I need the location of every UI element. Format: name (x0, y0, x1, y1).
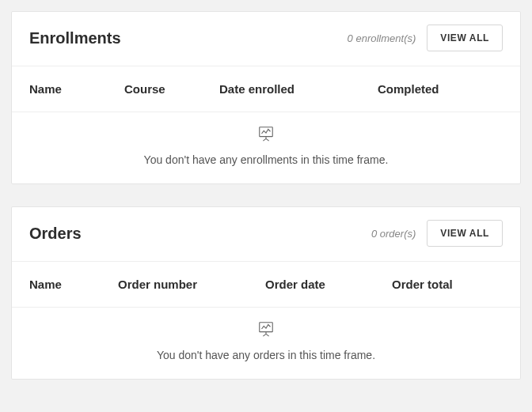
chart-board-icon (12, 320, 520, 338)
orders-columns: Name Order number Order date Order total (12, 262, 520, 308)
svg-rect-4 (260, 323, 273, 332)
orders-col-name: Name (29, 278, 118, 291)
orders-title: Orders (29, 225, 371, 243)
svg-line-2 (263, 138, 266, 141)
orders-count: 0 order(s) (371, 228, 416, 240)
enrollments-card: Enrollments 0 enrollment(s) VIEW ALL Nam… (11, 11, 521, 184)
enrollments-title: Enrollments (29, 29, 348, 47)
orders-col-order-total: Order total (392, 278, 503, 291)
svg-line-7 (266, 334, 269, 336)
enrollments-header: Enrollments 0 enrollment(s) VIEW ALL (12, 12, 520, 66)
enrollments-col-date-enrolled: Date enrolled (219, 82, 378, 96)
orders-empty-state: You don't have any orders in this time f… (12, 308, 520, 379)
enrollments-col-completed: Completed (378, 82, 503, 96)
orders-view-all-button[interactable]: VIEW ALL (427, 220, 503, 247)
svg-rect-0 (260, 127, 273, 137)
enrollments-empty-message: You don't have any enrollments in this t… (12, 153, 520, 166)
enrollments-col-course: Course (124, 82, 219, 96)
svg-line-3 (266, 138, 269, 141)
chart-board-icon (12, 125, 520, 142)
enrollments-count: 0 enrollment(s) (348, 32, 416, 44)
enrollments-col-name: Name (29, 82, 124, 96)
orders-card: Orders 0 order(s) VIEW ALL Name Order nu… (11, 206, 521, 380)
orders-col-order-date: Order date (265, 278, 392, 291)
orders-header: Orders 0 order(s) VIEW ALL (12, 207, 520, 262)
orders-col-order-number: Order number (118, 278, 265, 291)
enrollments-columns: Name Course Date enrolled Completed (12, 66, 520, 112)
enrollments-view-all-button[interactable]: VIEW ALL (427, 25, 503, 51)
svg-line-6 (263, 334, 266, 336)
enrollments-empty-state: You don't have any enrollments in this t… (12, 112, 520, 183)
orders-empty-message: You don't have any orders in this time f… (12, 349, 520, 361)
